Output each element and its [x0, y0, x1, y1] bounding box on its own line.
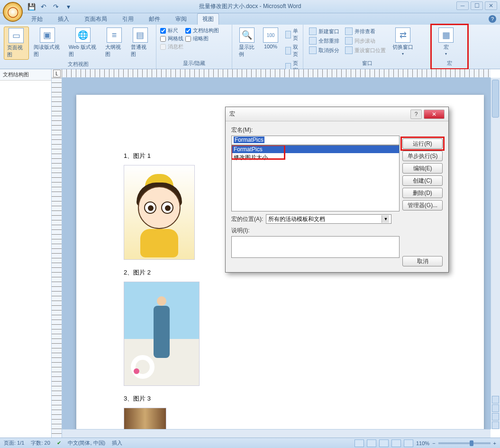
thumbnails-checkbox[interactable]: 缩略图 [185, 35, 219, 43]
scroll-down-button[interactable] [492, 421, 499, 429]
zoom-out-button[interactable]: − [432, 440, 435, 446]
new-window-button[interactable]: 新建窗口 [307, 27, 341, 36]
macro-location-select[interactable]: 所有的活动模板和文档▼ [266, 214, 391, 224]
help-icon[interactable]: ? [489, 15, 496, 23]
zoom-slider[interactable] [438, 442, 491, 444]
cancel-button[interactable]: 取消 [402, 256, 443, 266]
delete-button[interactable]: 删除(D) [402, 188, 443, 198]
chevron-down-icon: ▼ [382, 215, 389, 223]
macro-list[interactable]: FormatPics 修改图片大小 [231, 145, 400, 211]
edit-button[interactable]: 编辑(E) [402, 163, 443, 174]
new-window-icon [309, 27, 317, 35]
arrange-all-button[interactable]: 全部重排 [307, 36, 341, 46]
vertical-scrollbar[interactable] [491, 78, 500, 429]
macro-desc-textarea[interactable] [231, 236, 400, 258]
qat-more-icon[interactable]: ▾ [64, 2, 73, 11]
tab-layout[interactable]: 页面布局 [80, 14, 112, 25]
status-proof-icon[interactable]: ✔ [57, 440, 61, 446]
window-title: 批量修改图片大小.docx - Microsoft Word [199, 2, 301, 10]
two-page-icon [285, 47, 291, 55]
status-language[interactable]: 中文(简体, 中国) [68, 439, 105, 447]
macro-location-label: 宏的位置(A): [231, 215, 263, 223]
image-3[interactable] [124, 408, 166, 430]
tab-view[interactable]: 视图 [197, 13, 219, 25]
tab-insert[interactable]: 插入 [53, 14, 74, 25]
ribbon-tabs: 开始 插入 页面布局 引用 邮件 审阅 视图 ? [0, 13, 500, 25]
next-page-button[interactable] [492, 413, 499, 421]
reading-view-button[interactable]: ▣阅读版式视图 [31, 27, 64, 59]
window-group-label: 窗口 [307, 59, 427, 68]
status-page[interactable]: 页面: 1/1 [4, 439, 24, 447]
horizontal-scrollbar[interactable] [62, 429, 491, 438]
dialog-title: 宏 [229, 110, 235, 118]
quick-access-toolbar: 💾 ↶ ↷ ▾ [27, 2, 73, 11]
zoom-100-icon: 100 [263, 27, 278, 43]
zoom-100-button[interactable]: 100100% [260, 27, 282, 50]
prev-page-button[interactable] [492, 396, 499, 403]
minimize-button[interactable]: ─ [456, 1, 469, 10]
create-button[interactable]: 创建(C) [402, 175, 443, 186]
one-page-button[interactable]: 单页 [283, 27, 302, 43]
status-words[interactable]: 字数: 20 [31, 439, 50, 447]
tab-reference[interactable]: 引用 [118, 14, 138, 25]
one-page-icon [285, 31, 291, 38]
ruler-checkbox[interactable]: 标尺 [160, 27, 183, 35]
image-2[interactable] [124, 282, 200, 386]
views-group-label: 文档视图 [4, 60, 152, 69]
redo-icon[interactable]: ↷ [51, 2, 61, 11]
cancel-split-button[interactable]: 取消拆分 [307, 46, 341, 55]
save-icon[interactable]: 💾 [27, 2, 36, 11]
zoom-in-button[interactable]: + [493, 440, 496, 446]
scrollbar-thumb[interactable] [492, 80, 499, 118]
gridlines-checkbox[interactable]: 网格线 [160, 35, 183, 43]
sync-scroll-icon [345, 37, 353, 45]
organizer-button[interactable]: 管理器(G)... [402, 200, 443, 210]
draft-view-icon[interactable] [404, 439, 413, 447]
maximize-button[interactable]: ☐ [471, 1, 483, 10]
side-by-side-button[interactable]: 并排查看 [343, 27, 388, 36]
image-1[interactable] [124, 165, 195, 260]
outline-view-icon: ≡ [107, 27, 122, 43]
tab-review[interactable]: 审阅 [171, 14, 191, 25]
page-view-button[interactable]: ▭页面视图 [4, 27, 29, 60]
switch-window-icon: ⇄ [395, 27, 410, 43]
zoom-button[interactable]: 🔍显示比例 [236, 27, 258, 59]
macro-name-label: 宏名(M): [231, 126, 443, 134]
tab-mail[interactable]: 邮件 [144, 14, 165, 25]
dialog-close-button[interactable]: ✕ [424, 110, 445, 119]
dialog-titlebar[interactable]: 宏 ? ✕ [226, 107, 448, 121]
page-view-icon: ▭ [9, 28, 24, 43]
office-button[interactable]: ◯ [3, 2, 23, 22]
two-page-button[interactable]: 双页 [283, 43, 302, 59]
status-mode[interactable]: 插入 [112, 439, 122, 447]
dialog-help-button[interactable]: ? [410, 110, 422, 119]
document-map-panel[interactable]: 文档结构图 [0, 69, 52, 438]
tab-home[interactable]: 开始 [27, 14, 47, 25]
reading-view-icon: ▣ [40, 27, 55, 43]
doc-line-3: 3、图片 3 [124, 394, 436, 403]
undo-icon[interactable]: ↶ [39, 2, 48, 11]
outline-view-button[interactable]: ≡大纲视图 [102, 27, 127, 59]
status-zoom[interactable]: 110% [416, 440, 429, 446]
switch-window-button[interactable]: ⇄切换窗口▾ [390, 27, 416, 57]
normal-view-button[interactable]: ▤普通视图 [128, 27, 152, 59]
macro-name-input[interactable]: FormatPics [231, 136, 400, 145]
outline-view-icon[interactable] [391, 439, 401, 447]
web-layout-view-icon[interactable] [379, 439, 389, 447]
print-layout-view-icon[interactable] [355, 439, 364, 447]
web-view-icon: 🌐 [75, 27, 91, 43]
arrange-all-icon [309, 37, 317, 45]
web-view-button[interactable]: 🌐Web 版式视图 [66, 27, 100, 59]
step-button[interactable]: 单步执行(S) [402, 151, 443, 161]
close-button[interactable]: ✕ [485, 1, 497, 10]
vertical-ruler[interactable] [52, 78, 62, 438]
docmap-checkbox[interactable]: 文档结构图 [185, 27, 219, 35]
normal-view-icon: ▤ [133, 27, 148, 43]
macro-desc-label: 说明(I): [231, 227, 443, 235]
ruler-corner[interactable]: L [53, 70, 61, 77]
horizontal-ruler[interactable] [62, 69, 491, 78]
browse-object-button[interactable] [492, 404, 499, 412]
status-bar: 页面: 1/1 字数: 20 ✔ 中文(简体, 中国) 插入 110% − + [0, 438, 500, 448]
ribbon: ▭页面视图 ▣阅读版式视图 🌐Web 版式视图 ≡大纲视图 ▤普通视图 文档视图… [0, 25, 500, 69]
full-screen-view-icon[interactable] [367, 439, 376, 447]
